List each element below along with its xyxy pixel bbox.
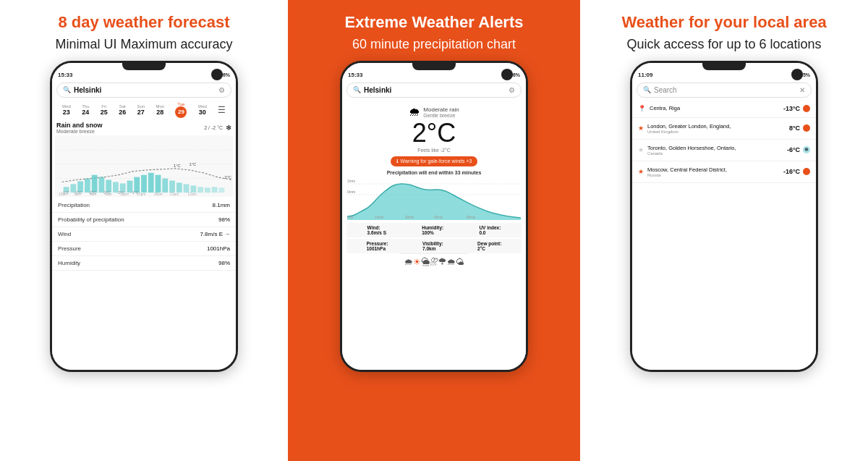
svg-text:1mm: 1mm (347, 179, 355, 183)
location-2-sub: Canada (647, 151, 736, 156)
svg-text:12am: 12am (59, 193, 67, 196)
col1-accent: 8 day weather forecast (55, 13, 232, 32)
rain-icon: 🌧 (409, 106, 420, 119)
location-1-name: London, Greater London, England, (647, 123, 731, 130)
warning-badge[interactable]: ℹ Warning for gale-force winds +3 (391, 156, 478, 166)
location-3-sub: Russia (647, 173, 727, 177)
phone3-search-label: Search (654, 86, 796, 94)
stat-label-2: Wind (58, 231, 71, 237)
location-2[interactable]: ★ Toronto, Golden Horseshoe, Ontario, Ca… (632, 140, 816, 161)
phone2-search-bar[interactable]: 🔍 Helsinki ⚙ (346, 83, 522, 98)
svg-text:3am: 3am (74, 193, 80, 196)
footer-icon-5[interactable]: 🌧 (447, 257, 456, 267)
location-0-dot (803, 105, 810, 112)
location-2-right: -6°C ❄ (787, 146, 810, 153)
location-1[interactable]: ★ London, Greater London, England, Unite… (632, 118, 816, 140)
phone3-close-icon[interactable]: ✕ (799, 86, 805, 94)
stat-label-0: Precipitation (58, 202, 90, 208)
star-icon-1: ★ (638, 124, 644, 132)
svg-text:12pm: 12pm (120, 193, 129, 196)
phone3-screen: 11:09 📶 65% 🔍 Search ✕ 📍 Centra, Riga (632, 63, 816, 370)
svg-text:45min: 45min (434, 216, 443, 219)
location-3[interactable]: ★ Moscow, Central Federal District, Russ… (632, 161, 816, 183)
phone2-feels-like: Feels like -2°C (417, 148, 451, 153)
location-2-name: Toronto, Golden Horseshoe, Ontario, (647, 145, 736, 151)
menu-icon[interactable]: ☰ (218, 105, 226, 115)
phone2-city: Helsinki (364, 86, 506, 94)
day-fri25[interactable]: Fri 25 (101, 104, 108, 116)
footer-icon-3[interactable]: ⛈ (430, 257, 438, 267)
stat-label-4: Humidity (58, 260, 80, 266)
svg-text:12am: 12am (188, 193, 197, 196)
location-0-left: 📍 Centra, Riga (638, 105, 680, 112)
day-num-4: 27 (137, 109, 145, 116)
day-wed30[interactable]: Wed 30 (198, 104, 207, 116)
phone3-camera (791, 69, 803, 80)
footer-icon-6[interactable]: 🌤 (456, 257, 464, 267)
stat-val-1: 98% (218, 216, 230, 223)
col2-subtitle: 60 minute precipitation chart (345, 36, 524, 53)
svg-text:9am: 9am (105, 193, 111, 196)
day-label-6: Tue (177, 102, 184, 106)
phone1-notch (122, 63, 166, 70)
day-mon28[interactable]: Mon 28 (156, 104, 164, 116)
location-0-temp: -13°C (783, 105, 800, 112)
location-3-dot (803, 168, 810, 175)
day-wed23[interactable]: Wed 23 (62, 104, 71, 116)
day-sat26[interactable]: Sat 26 (119, 104, 126, 116)
stat-val-3: 1001hPa (207, 245, 230, 252)
col2-accent: Extreme Weather Alerts (345, 13, 524, 32)
location-1-left: ★ London, Greater London, England, Unite… (638, 123, 731, 134)
svg-rect-21 (190, 185, 196, 193)
location-0[interactable]: 📍 Centra, Riga -13°C (632, 100, 816, 118)
svg-text:6am: 6am (90, 193, 96, 196)
svg-rect-15 (148, 173, 154, 193)
phone1-screen: 15:33 📶 26% 🔍 Helsinki ⚙ Wed 23 Thu 24 (52, 63, 236, 370)
svg-rect-23 (205, 187, 210, 193)
p2-stat-humidity: Humidity: 100% (422, 225, 443, 235)
phone1-filter-icon[interactable]: ⚙ (218, 86, 225, 94)
svg-rect-25 (218, 187, 224, 193)
phone1-search-bar[interactable]: 🔍 Helsinki ⚙ (56, 83, 231, 98)
p2-stat-uv: UV index: 0.0 (479, 225, 501, 235)
phone2-filter-icon[interactable]: ⚙ (509, 86, 515, 94)
location-1-right: 8°C (789, 124, 810, 132)
svg-rect-13 (134, 177, 140, 192)
day-sun27[interactable]: Sun 27 (137, 104, 145, 116)
stat-val-2: 7.8m/s E (200, 231, 223, 237)
phone2-search-icon: 🔍 (353, 86, 361, 93)
footer-icon-1[interactable]: ☀ (413, 257, 421, 267)
footer-icon-0[interactable]: 🌧 (404, 257, 413, 267)
footer-icon-4[interactable]: 🌩 (438, 257, 447, 267)
col3-accent: Weather for your local area (621, 13, 826, 32)
location-1-sub: United Kingdom (647, 130, 731, 134)
col1-subtitle: Minimal UI Maximum accuracy (55, 36, 232, 53)
phone2-camera (501, 69, 513, 80)
column-2: Extreme Weather Alerts 60 minute precipi… (290, 0, 578, 461)
phone1-chart: 1°C 1°C 2°C -1°C -2°C -2°C -2°C -2°C -1°… (55, 135, 233, 197)
phone1-stats: Precipitation 8.1mm Probability of preci… (52, 198, 236, 271)
svg-text:60min: 60min (467, 216, 476, 219)
phone1-chart-svg: 1°C 1°C 2°C -1°C -2°C -2°C -2°C -2°C -1°… (55, 135, 233, 197)
svg-text:now: now (347, 216, 354, 219)
star-icon-2: ★ (638, 146, 644, 153)
svg-text:30min: 30min (405, 216, 414, 219)
phone3-search-bar[interactable]: 🔍 Search ✕ (637, 83, 812, 98)
footer-icon-2[interactable]: 🌦 (421, 257, 430, 267)
day-thu24[interactable]: Thu 24 (82, 104, 89, 116)
phone2-stats-row2: Pressure: 1001hPa Visibility: 7.0km Dew … (346, 239, 522, 253)
phone3-notch (702, 63, 746, 70)
phone2-wind-label: Gentle breeze (423, 113, 459, 118)
location-2-text: Toronto, Golden Horseshoe, Ontario, Cana… (647, 145, 736, 156)
svg-text:15min: 15min (375, 216, 384, 219)
svg-text:18pm: 18pm (154, 193, 163, 196)
day-tue29[interactable]: Tue 29 (175, 102, 187, 118)
location-0-text: Centra, Riga (650, 105, 680, 111)
phone1-time: 15:33 (58, 72, 72, 78)
location-1-dot (803, 124, 810, 132)
phone1-city: Helsinki (74, 86, 216, 94)
location-1-temp: 8°C (789, 124, 800, 132)
stat-label-1: Probability of precipitation (58, 216, 124, 223)
day-num-0: 23 (63, 109, 70, 116)
p2-stat-pressure: Pressure: 1001hPa (367, 241, 388, 251)
